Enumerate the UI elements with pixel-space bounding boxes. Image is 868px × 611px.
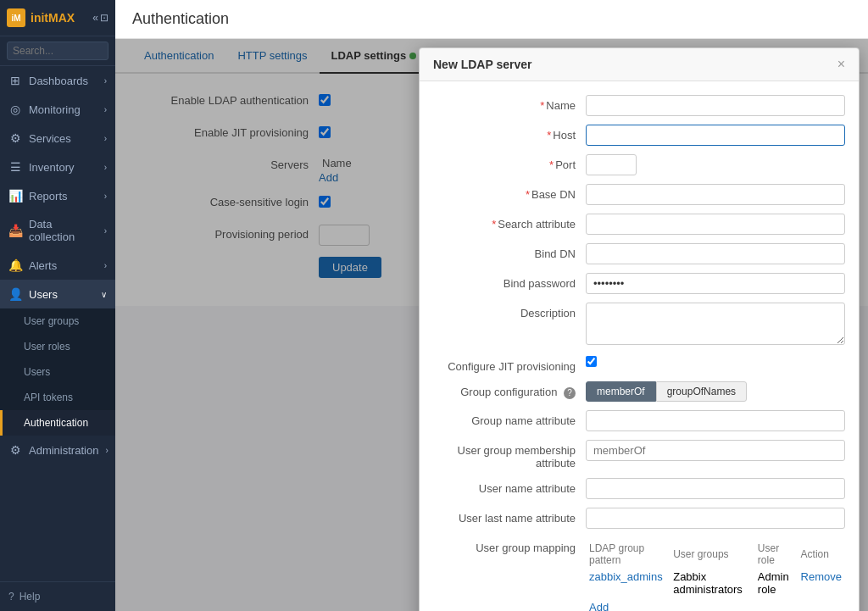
sidebar-item-alerts[interactable]: 🔔 Alerts › [0, 251, 115, 280]
sidebar-item-users[interactable]: 👤 Users ∨ [0, 280, 115, 308]
sidebar-search-area [0, 36, 115, 66]
col-user-role: User role [754, 541, 798, 568]
reports-icon: 📊 [8, 189, 22, 203]
modal-user-last-name-attr-row: User last name attribute [433, 508, 845, 529]
help-icon: ? [8, 591, 14, 603]
modal-group-name-attr-label: Group name attribute [433, 410, 586, 427]
monitoring-icon: ◎ [8, 103, 22, 116]
sidebar-item-label: Administration [29, 444, 98, 457]
collapse-btn[interactable]: « [92, 12, 98, 24]
modal-host-input[interactable]: dc.companyname.cz [586, 125, 845, 146]
user-group-mapping-table: LDAP group pattern User groups User role… [586, 541, 845, 611]
modal-bind-password-label: Bind password [433, 273, 586, 290]
modal-group-name-attr-input[interactable] [586, 410, 845, 431]
modal-bind-dn-input[interactable]: CN=ldap_search,OU=user_group,DC=companyn… [586, 243, 845, 264]
sidebar: iM initMAX « ⊡ ⊞ Dashboards › ◎ Monitori… [0, 0, 115, 611]
sidebar-item-reports[interactable]: 📊 Reports › [0, 181, 115, 210]
sidebar-item-label: Reports [29, 190, 68, 203]
sidebar-item-services[interactable]: ⚙ Services › [0, 124, 115, 153]
modal-user-name-attr-input[interactable] [586, 478, 845, 499]
modal-base-dn-input[interactable]: DC=companyname,DC=cz [586, 184, 845, 205]
modal-search-attr-label: *Search attribute [433, 214, 586, 231]
chevron-right-icon: › [104, 134, 107, 143]
chevron-right-icon: › [104, 261, 107, 270]
chevron-right-icon: › [104, 76, 107, 86]
sidebar-subitem-user-groups[interactable]: User groups [0, 308, 115, 334]
add-mapping-row: Add [586, 598, 845, 611]
sidebar-item-data-collection[interactable]: 📥 Data collection › [0, 210, 115, 251]
sidebar-item-label: Services [29, 132, 71, 145]
modal-close-button[interactable]: × [837, 57, 845, 72]
sidebar-item-monitoring[interactable]: ◎ Monitoring › [0, 95, 115, 124]
sidebar-item-dashboards[interactable]: ⊞ Dashboards › [0, 66, 115, 95]
modal-user-group-mapping-label: User group mapping [433, 537, 586, 554]
modal-user-group-membership-label: User group membership attribute [433, 440, 586, 469]
modal-configure-jit-label: Configure JIT provisioning [433, 356, 586, 373]
sidebar-item-administration[interactable]: ⚙ Administration › [0, 436, 115, 464]
administration-icon: ⚙ [8, 443, 22, 457]
modal-base-dn-label: *Base DN [433, 184, 586, 201]
modal-port-input[interactable]: 389 [586, 154, 637, 175]
chevron-right-icon: › [104, 105, 107, 114]
sidebar-subitem-user-roles[interactable]: User roles [0, 334, 115, 359]
gc-btn-memberof[interactable]: memberOf [586, 381, 656, 402]
chevron-right-icon: › [104, 226, 107, 236]
modal-configure-jit-row: Configure JIT provisioning [433, 356, 845, 373]
users-icon: 👤 [8, 287, 22, 301]
sidebar-item-inventory[interactable]: ☰ Inventory › [0, 153, 115, 181]
modal-search-attr-input[interactable]: sAMAccountName [586, 214, 845, 235]
modal-port-row: *Port 389 [433, 154, 845, 175]
sidebar-subitem-api-tokens[interactable]: API tokens [0, 385, 115, 410]
modal-name-input[interactable]: initMAX [586, 95, 845, 116]
sidebar-item-label: Data collection [29, 218, 97, 243]
modal-user-last-name-attr-input[interactable] [586, 508, 845, 529]
services-icon: ⚙ [8, 131, 22, 145]
modal-body: *Name initMAX *Host dc.companyname.cz [420, 81, 859, 611]
sidebar-subitem-authentication[interactable]: Authentication [0, 410, 115, 436]
modal-user-group-membership-row: User group membership attribute [433, 440, 845, 469]
new-ldap-server-modal: New LDAP server × *Name initMAX [419, 47, 860, 611]
content-area: Authentication HTTP settings LDAP settin… [115, 39, 868, 611]
modal-description-input[interactable] [586, 303, 845, 345]
page-title: Authentication [132, 10, 229, 28]
add-user-group-mapping-link[interactable]: Add [589, 601, 609, 611]
modal-user-group-mapping-row: User group mapping LDAP group pattern Us… [433, 537, 845, 611]
gc-btn-groupofnames[interactable]: groupOfNames [656, 381, 747, 402]
modal-bind-password-input[interactable] [586, 273, 845, 294]
sidebar-subitem-users[interactable]: Users [0, 359, 115, 385]
sidebar-item-label: Alerts [29, 259, 57, 272]
sidebar-search-input[interactable] [7, 42, 108, 60]
modal-host-row: *Host dc.companyname.cz [433, 125, 845, 146]
chevron-right-icon: › [105, 446, 108, 455]
modal-description-label: Description [433, 303, 586, 319]
modal-host-label: *Host [433, 125, 586, 142]
help-item[interactable]: ? Help [0, 581, 115, 611]
modal-overlay: New LDAP server × *Name initMAX [115, 39, 868, 611]
chevron-down-icon: ∨ [101, 290, 107, 299]
logo-text: initMAX [31, 11, 75, 25]
modal-user-group-membership-input[interactable] [586, 440, 845, 461]
sidebar-item-label: Inventory [29, 161, 74, 174]
group-config-help-icon[interactable]: ? [564, 387, 576, 399]
modal-configure-jit-checkbox[interactable] [586, 356, 597, 367]
modal-bind-password-row: Bind password [433, 273, 845, 294]
alerts-icon: 🔔 [8, 258, 22, 272]
col-user-groups: User groups [670, 541, 754, 568]
pin-btn[interactable]: ⊡ [100, 12, 108, 24]
ldap-pattern-link[interactable]: zabbix_admins [589, 570, 663, 583]
modal-user-name-attr-row: User name attribute [433, 478, 845, 499]
modal-group-config-row: Group configuration ? memberOf groupOfNa… [433, 381, 845, 402]
chevron-right-icon: › [104, 163, 107, 172]
modal-search-attr-row: *Search attribute sAMAccountName [433, 214, 845, 235]
main-content: Authentication Authentication HTTP setti… [115, 0, 868, 611]
user-groups-cell: Zabbix administrators [670, 568, 754, 598]
modal-group-config-label: Group configuration ? [433, 381, 586, 399]
modal-description-row: Description [433, 303, 845, 347]
remove-mapping-link[interactable]: Remove [801, 570, 842, 583]
users-submenu: User groups User roles Users API tokens … [0, 308, 115, 436]
col-action: Action [798, 541, 845, 568]
table-row: zabbix_admins Zabbix administrators Admi… [586, 568, 845, 598]
help-label: Help [19, 591, 41, 603]
user-role-cell: Admin role [754, 568, 798, 598]
dashboards-icon: ⊞ [8, 74, 22, 87]
